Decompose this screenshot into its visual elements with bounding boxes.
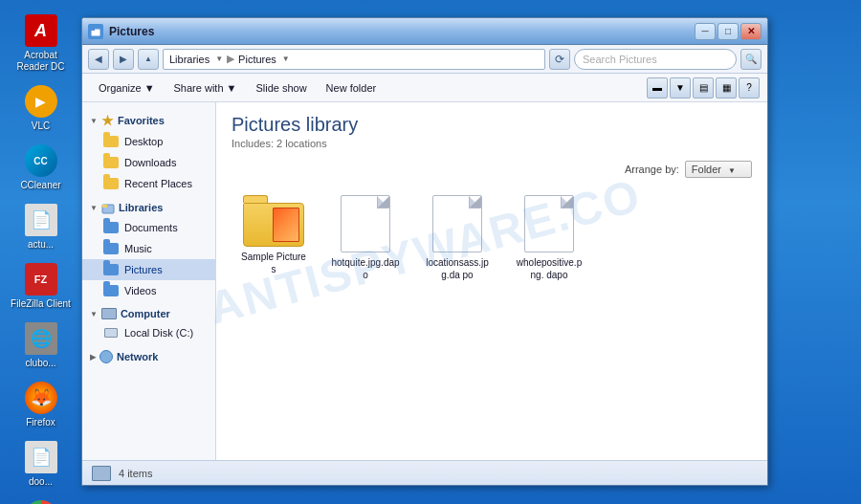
drive-icon xyxy=(103,325,119,340)
organize-button[interactable]: Organize ▼ xyxy=(90,77,164,99)
share-arrow: ▼ xyxy=(227,82,237,94)
folder-body xyxy=(243,203,304,247)
desktop-icon-clubo[interactable]: 🌐 clubo... xyxy=(7,318,76,373)
sidebar-item-localdisk[interactable]: Local Disk (C:) xyxy=(82,322,215,343)
share-label: Share with xyxy=(174,82,224,94)
sidebar-item-videos-label: Videos xyxy=(124,285,156,296)
sidebar-item-downloads[interactable]: Downloads xyxy=(82,152,215,173)
recent-folder-icon xyxy=(103,176,119,191)
file-area: ANTISPYWARE.CO Pictures library Includes… xyxy=(216,102,767,460)
sidebar-item-downloads-label: Downloads xyxy=(124,157,176,168)
sidebar-item-music-label: Music xyxy=(124,243,152,254)
sidebar-item-desktop[interactable]: Desktop xyxy=(82,131,215,152)
minimize-button[interactable]: ─ xyxy=(695,23,716,40)
desktop-icon-ccleaner[interactable]: CC CCleaner xyxy=(7,140,76,195)
file-thumbnail-wholepositive xyxy=(524,195,574,252)
desktop-icon-acrobat-label: Acrobat Reader DC xyxy=(11,50,72,73)
file-item-wholepositive[interactable]: wholepositive.png. dapo xyxy=(511,191,587,285)
desktop-icon-ccleaner-label: CCleaner xyxy=(20,180,60,191)
documents-folder-icon xyxy=(103,220,119,235)
pictures-folder-icon xyxy=(103,262,119,277)
sidebar-item-recent[interactable]: Recent Places xyxy=(82,173,215,194)
arrange-bar: Arrange by: Folder ▼ xyxy=(232,161,752,178)
new-folder-button[interactable]: New folder xyxy=(318,77,386,99)
network-arrow: ▶ xyxy=(90,353,96,362)
window-icon xyxy=(88,24,103,39)
sidebar-favorites-label: Favorites xyxy=(118,115,165,126)
desktop: A Acrobat Reader DC ▶ VLC CC CCleaner 📄 … xyxy=(0,0,81,504)
sidebar-network-header[interactable]: ▶ Network xyxy=(82,347,215,366)
desktop-icon-vlc[interactable]: ▶ VLC xyxy=(7,80,76,136)
desktop-icon-actu[interactable]: 📄 actu... xyxy=(7,199,76,254)
status-item-count: 4 items xyxy=(119,468,152,479)
desktop-icon-filezilla[interactable]: FZ FileZilla Client xyxy=(7,258,76,314)
view-tiles-button[interactable]: ▦ xyxy=(716,77,737,99)
desktop-icon-doo[interactable]: 📄 doo... xyxy=(7,436,76,492)
sidebar-item-music[interactable]: Music xyxy=(82,238,215,259)
status-bar: 4 items xyxy=(82,460,767,485)
sidebar-favorites-header[interactable]: ▼ ★ Favorites xyxy=(82,110,215,131)
sidebar-item-documents-label: Documents xyxy=(124,222,178,233)
address-path[interactable]: Libraries ▼ ▶ Pictures ▼ xyxy=(163,49,545,70)
library-title: Pictures library xyxy=(232,114,752,136)
file-item-locationsass[interactable]: locationsass.jpg.da po xyxy=(419,191,496,285)
new-folder-label: New folder xyxy=(326,82,377,94)
file-item-sample-pictures[interactable]: Sample Pictures xyxy=(235,191,312,285)
sidebar-item-pictures[interactable]: Pictures xyxy=(82,259,215,280)
help-button[interactable]: ? xyxy=(739,77,760,99)
refresh-button[interactable]: ⟳ xyxy=(549,49,570,70)
sidebar-item-pictures-label: Pictures xyxy=(124,264,163,275)
videos-folder-icon xyxy=(103,283,119,298)
file-name-locationsass: locationsass.jpg.da po xyxy=(423,256,492,281)
address-bar: ◀ ▶ ▲ Libraries ▼ ▶ Pictures ▼ ⟳ Search … xyxy=(82,45,767,74)
sidebar-computer-label: Computer xyxy=(121,308,170,319)
arrange-value: Folder xyxy=(692,164,721,175)
back-button[interactable]: ◀ xyxy=(88,49,109,70)
sidebar-favorites-section: ▼ ★ Favorites Desktop Downloads xyxy=(82,110,215,194)
desktop-icon-firefox-label: Firefox xyxy=(26,417,55,428)
slideshow-button[interactable]: Slide show xyxy=(247,77,315,99)
desktop-icon-firefox[interactable]: 🦊 Firefox xyxy=(7,377,76,432)
sidebar-libraries-header[interactable]: ▼ Libraries xyxy=(82,198,215,217)
desktop-icon-chrome[interactable]: Google Chrome xyxy=(7,495,76,504)
desktop-folder-icon xyxy=(103,134,119,149)
path-part-libraries[interactable]: Libraries xyxy=(169,54,210,65)
title-bar: Pictures ─ □ ✕ xyxy=(82,18,767,45)
share-with-button[interactable]: Share with ▼ xyxy=(166,77,246,99)
file-thumbnail-hotquite xyxy=(341,195,390,252)
sidebar-item-videos[interactable]: Videos xyxy=(82,280,215,301)
sidebar-network-label: Network xyxy=(117,351,158,362)
close-button[interactable]: ✕ xyxy=(740,23,762,40)
sidebar-computer-header[interactable]: ▼ Computer xyxy=(82,305,215,322)
file-name-hotquite: hotquite.jpg.dapo xyxy=(331,256,400,281)
search-button[interactable]: 🔍 xyxy=(740,49,762,70)
view-details-button[interactable]: ▤ xyxy=(693,77,714,99)
view-list-button[interactable]: ▬ xyxy=(647,77,668,99)
file-name-wholepositive: wholepositive.png. dapo xyxy=(515,256,584,281)
path-part-pictures[interactable]: Pictures xyxy=(238,54,276,65)
forward-button[interactable]: ▶ xyxy=(113,49,134,70)
svg-rect-1 xyxy=(91,29,95,31)
slideshow-label: Slide show xyxy=(255,82,306,94)
arrange-dropdown[interactable]: Folder ▼ xyxy=(685,161,752,178)
file-item-hotquite[interactable]: hotquite.jpg.dapo xyxy=(327,191,404,285)
sidebar-libraries-label: Libraries xyxy=(119,202,163,213)
path-arrow-libraries[interactable]: ▼ xyxy=(215,55,223,63)
library-subtitle: Includes: 2 locations xyxy=(232,138,752,149)
folder-tab xyxy=(243,195,268,203)
organize-arrow: ▼ xyxy=(144,82,155,94)
sidebar-item-documents[interactable]: Documents xyxy=(82,217,215,238)
desktop-icon-doo-label: doo... xyxy=(29,476,53,488)
search-placeholder: Search Pictures xyxy=(583,54,657,65)
folder-preview xyxy=(273,208,299,242)
svg-rect-3 xyxy=(102,205,107,208)
desktop-icon-acrobat[interactable]: A Acrobat Reader DC xyxy=(7,10,76,77)
up-button[interactable]: ▲ xyxy=(138,49,159,70)
maximize-button[interactable]: □ xyxy=(718,23,739,40)
search-box: Search Pictures xyxy=(574,49,737,70)
libraries-icon xyxy=(101,201,115,214)
view-toggle-button[interactable]: ▼ xyxy=(670,77,691,99)
sidebar-computer-section: ▼ Computer Local Disk (C:) xyxy=(82,305,215,343)
files-grid: Sample Pictures hotquite.jpg.dapo locati… xyxy=(232,187,752,289)
path-arrow-pictures[interactable]: ▼ xyxy=(282,55,290,63)
